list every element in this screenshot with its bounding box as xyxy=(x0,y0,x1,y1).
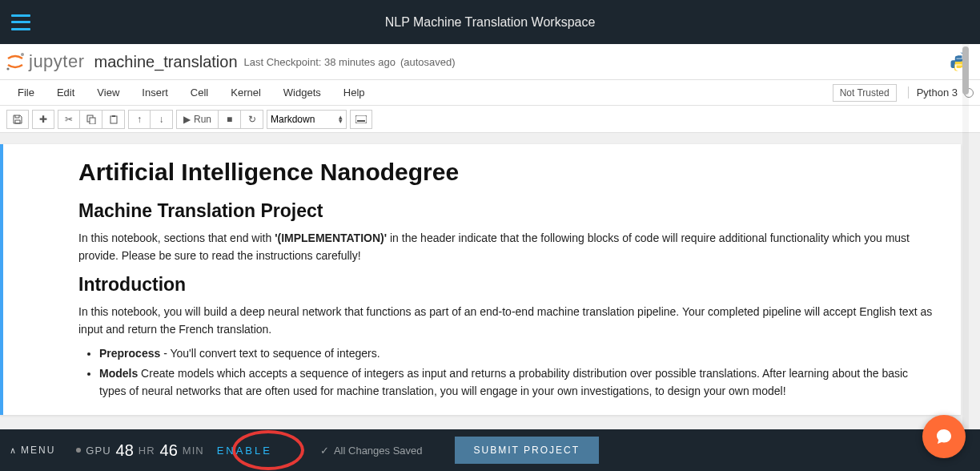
svg-point-1 xyxy=(6,67,9,70)
autosaved-text: (autosaved) xyxy=(400,56,456,68)
minutes-value: 46 xyxy=(160,441,178,460)
jupyter-toolbar: ✚ ✂ ↑ ↓ ▶ Run ■ ↻ Markdown ▴▾ xyxy=(0,106,980,133)
svg-point-0 xyxy=(21,53,24,56)
check-icon: ✓ xyxy=(320,445,329,457)
workspace-topbar: NLP Machine Translation Workspace xyxy=(0,0,980,44)
menu-help[interactable]: Help xyxy=(332,82,376,103)
menu-toggle[interactable]: ∧ MENU xyxy=(10,445,55,456)
bullet-list: Preprocess - You'll convert text to sequ… xyxy=(99,345,937,401)
svg-point-2 xyxy=(956,54,958,56)
workspace-bottombar: ∧ MENU GPU 48 HR 46 MIN ENABLE ✓ All Cha… xyxy=(0,429,980,471)
gpu-status-dot-icon xyxy=(76,448,81,453)
jupyter-logo[interactable]: jupyter xyxy=(5,51,85,72)
save-status: ✓ All Changes Saved xyxy=(320,445,423,457)
svg-rect-8 xyxy=(355,115,367,123)
minutes-unit: MIN xyxy=(183,445,204,457)
kernel-name[interactable]: Python 3 xyxy=(908,87,961,99)
list-item: Preprocess - You'll convert text to sequ… xyxy=(99,345,937,363)
jupyter-logo-icon xyxy=(5,51,26,72)
jupyter-container: jupyter machine_translation Last Checkpo… xyxy=(0,44,980,429)
cut-button[interactable]: ✂ xyxy=(58,110,80,129)
jupyter-header: jupyter machine_translation Last Checkpo… xyxy=(0,44,980,80)
restart-button[interactable]: ↻ xyxy=(241,110,263,129)
hours-value: 48 xyxy=(116,441,134,460)
chat-icon xyxy=(934,427,954,446)
intro-paragraph-1: In this notebook, sections that end with… xyxy=(78,230,937,264)
hours-unit: HR xyxy=(139,445,155,457)
dropdown-arrows-icon: ▴▾ xyxy=(339,115,343,123)
scrollbar-thumb[interactable] xyxy=(962,46,969,95)
checkpoint-text: Last Checkpoint: 38 minutes ago xyxy=(244,56,396,68)
menu-label: MENU xyxy=(21,445,55,456)
list-item: Models Create models which accepts a seq… xyxy=(99,365,937,400)
jupyter-brand-text: jupyter xyxy=(29,51,85,72)
paste-button[interactable] xyxy=(102,110,125,129)
add-cell-button[interactable]: ✚ xyxy=(32,110,54,129)
svg-rect-5 xyxy=(90,118,95,124)
svg-rect-9 xyxy=(357,120,365,122)
menu-cell[interactable]: Cell xyxy=(179,82,219,103)
h2-project: Machine Translation Project xyxy=(78,200,937,222)
command-palette-button[interactable] xyxy=(350,110,372,129)
gpu-label: GPU xyxy=(86,445,110,457)
menu-file[interactable]: File xyxy=(6,82,46,103)
cell-type-select[interactable]: Markdown ▴▾ xyxy=(267,110,347,129)
svg-rect-6 xyxy=(110,116,117,123)
markdown-cell[interactable]: Artificial Intelligence Nanodegree Machi… xyxy=(0,144,961,415)
menu-icon[interactable] xyxy=(11,14,30,30)
move-down-button[interactable]: ↓ xyxy=(151,110,173,129)
h1-title: Artificial Intelligence Nanodegree xyxy=(78,159,937,186)
submit-project-button[interactable]: SUBMIT PROJECT xyxy=(455,437,599,464)
move-up-button[interactable]: ↑ xyxy=(128,110,151,129)
scrollbar-track[interactable] xyxy=(962,44,969,429)
save-button[interactable] xyxy=(6,110,29,129)
gpu-section: GPU 48 HR 46 MIN ENABLE xyxy=(76,441,272,460)
workspace-title: NLP Machine Translation Workspace xyxy=(385,15,596,30)
menu-kernel[interactable]: Kernel xyxy=(219,82,272,103)
chat-fab-button[interactable] xyxy=(922,415,966,458)
h2-introduction: Introduction xyxy=(78,274,937,296)
save-status-text: All Changes Saved xyxy=(334,445,423,457)
notebook-name[interactable]: machine_translation xyxy=(94,53,238,71)
menu-view[interactable]: View xyxy=(86,82,131,103)
run-button[interactable]: ▶ Run xyxy=(176,110,219,129)
menu-widgets[interactable]: Widgets xyxy=(272,82,332,103)
stop-button[interactable]: ■ xyxy=(219,110,241,129)
notebook-page: Artificial Intelligence Nanodegree Machi… xyxy=(0,144,961,415)
menu-edit[interactable]: Edit xyxy=(46,82,86,103)
jupyter-menubar: File Edit View Insert Cell Kernel Widget… xyxy=(0,80,980,106)
copy-button[interactable] xyxy=(80,110,102,129)
svg-rect-7 xyxy=(112,115,115,117)
cell-type-label: Markdown xyxy=(271,114,315,125)
trust-indicator[interactable]: Not Trusted xyxy=(833,84,897,102)
notebook-area[interactable]: Artificial Intelligence Nanodegree Machi… xyxy=(0,133,980,432)
intro-paragraph-2: In this notebook, you will build a deep … xyxy=(78,304,937,338)
enable-gpu-button[interactable]: ENABLE xyxy=(217,445,272,457)
menu-insert[interactable]: Insert xyxy=(131,82,179,103)
chevron-up-icon: ∧ xyxy=(10,445,18,456)
